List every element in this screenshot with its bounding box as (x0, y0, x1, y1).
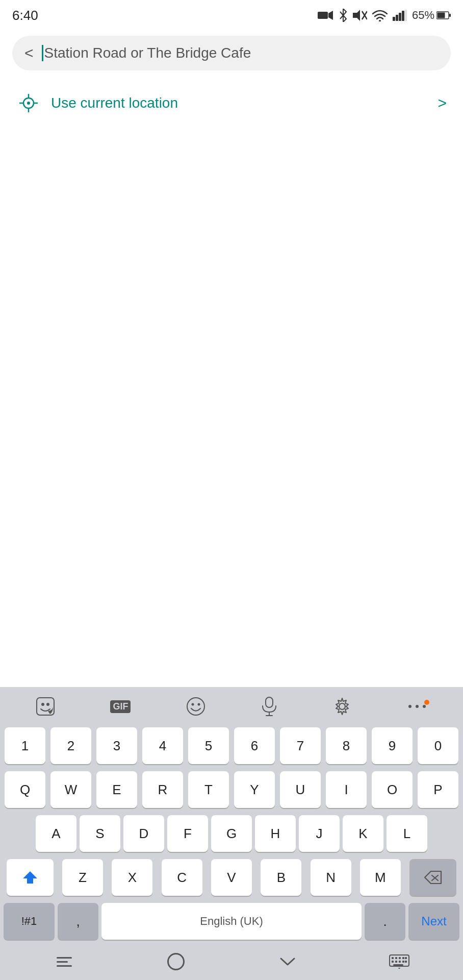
location-icon (16, 91, 41, 115)
svg-rect-40 (402, 957, 404, 959)
keyboard: GIF (0, 687, 463, 980)
text-cursor (42, 45, 43, 61)
symbol-button[interactable]: !#1 (4, 903, 55, 940)
key-9[interactable]: 9 (372, 727, 413, 764)
nav-keyboard-icon (389, 954, 409, 969)
next-button[interactable]: Next (408, 903, 459, 940)
svg-rect-26 (266, 697, 273, 707)
key-L[interactable]: L (387, 815, 427, 852)
mic-button[interactable] (256, 693, 282, 720)
key-U[interactable]: U (280, 771, 321, 808)
backspace-icon (424, 870, 442, 885)
use-current-location-row[interactable]: Use current location > (0, 78, 463, 129)
key-Y[interactable]: Y (234, 771, 275, 808)
key-M[interactable]: M (360, 859, 401, 896)
svg-point-22 (46, 703, 49, 706)
keyboard-toolbar: GIF (0, 687, 463, 724)
nav-home-button[interactable] (156, 946, 196, 977)
search-bar[interactable]: < Station Road or The Bridge Cafe (12, 36, 451, 70)
period-button[interactable]: . (365, 903, 405, 940)
key-T[interactable]: T (188, 771, 229, 808)
key-P[interactable]: P (418, 771, 458, 808)
svg-rect-8 (399, 13, 401, 21)
search-input[interactable]: Station Road or The Bridge Cafe (42, 45, 439, 61)
search-text: Station Road or The Bridge Cafe (44, 45, 251, 61)
svg-rect-47 (393, 964, 403, 966)
crosshair-icon (18, 93, 39, 113)
key-Z[interactable]: Z (62, 859, 103, 896)
key-A[interactable]: A (36, 815, 76, 852)
key-2[interactable]: 2 (50, 727, 91, 764)
settings-button[interactable] (329, 693, 355, 720)
bluetooth-icon (339, 9, 348, 22)
spacebar-button[interactable]: English (UK) (101, 903, 362, 940)
backspace-button[interactable] (409, 859, 456, 896)
key-S[interactable]: S (80, 815, 120, 852)
qwerty-row: Q W E R T Y U I O P (0, 768, 463, 812)
svg-rect-7 (396, 15, 398, 21)
svg-marker-2 (353, 10, 360, 21)
nav-home-icon (167, 953, 185, 970)
comma-button[interactable]: , (58, 903, 98, 940)
nav-down-icon (279, 955, 296, 968)
key-5[interactable]: 5 (188, 727, 229, 764)
status-time: 6:40 (12, 8, 38, 23)
key-6[interactable]: 6 (234, 727, 275, 764)
key-D[interactable]: D (123, 815, 164, 852)
key-N[interactable]: N (311, 859, 351, 896)
mute-icon (353, 9, 367, 22)
svg-point-25 (197, 703, 200, 706)
shift-button[interactable] (7, 859, 54, 896)
status-bar: 6:40 (0, 0, 463, 29)
key-F[interactable]: F (167, 815, 208, 852)
emoji-icon (186, 697, 205, 716)
svg-point-23 (187, 698, 204, 715)
gif-button[interactable]: GIF (106, 696, 135, 717)
svg-rect-38 (395, 957, 397, 959)
key-3[interactable]: 3 (96, 727, 137, 764)
svg-rect-6 (393, 17, 395, 21)
asdf-row: A S D F G H J K L (0, 812, 463, 855)
key-R[interactable]: R (142, 771, 183, 808)
key-1[interactable]: 1 (5, 727, 45, 764)
key-K[interactable]: K (343, 815, 383, 852)
key-I[interactable]: I (326, 771, 367, 808)
key-C[interactable]: C (162, 859, 202, 896)
key-7[interactable]: 7 (280, 727, 321, 764)
zxcv-row: Z X C V B N M (0, 855, 463, 899)
svg-point-5 (379, 20, 381, 21)
key-4[interactable]: 4 (142, 727, 183, 764)
key-G[interactable]: G (211, 815, 252, 852)
back-button[interactable]: < (24, 45, 34, 61)
key-W[interactable]: W (50, 771, 91, 808)
key-V[interactable]: V (211, 859, 252, 896)
svg-rect-9 (402, 11, 404, 21)
nav-keyboard-button[interactable] (379, 946, 420, 977)
video-icon (317, 10, 333, 21)
search-bar-container: < Station Road or The Bridge Cafe (0, 29, 463, 78)
nav-back-button[interactable] (44, 946, 85, 977)
svg-point-31 (416, 705, 419, 708)
key-Q[interactable]: Q (5, 771, 45, 808)
key-E[interactable]: E (96, 771, 137, 808)
shift-icon (22, 870, 38, 885)
key-O[interactable]: O (372, 771, 413, 808)
svg-marker-1 (328, 11, 333, 20)
svg-point-21 (41, 703, 44, 706)
key-H[interactable]: H (255, 815, 296, 852)
sticker-button[interactable] (32, 693, 59, 720)
svg-rect-42 (395, 961, 397, 963)
emoji-button[interactable] (182, 693, 210, 720)
bottom-row: !#1 , English (UK) . Next (0, 899, 463, 943)
svg-point-15 (27, 102, 30, 105)
key-X[interactable]: X (112, 859, 152, 896)
key-0[interactable]: 0 (418, 727, 458, 764)
svg-rect-37 (392, 957, 394, 959)
more-options-button[interactable] (403, 698, 431, 715)
nav-overview-button[interactable] (267, 946, 308, 977)
svg-rect-13 (438, 13, 445, 18)
svg-rect-39 (399, 957, 401, 959)
key-8[interactable]: 8 (326, 727, 367, 764)
key-J[interactable]: J (299, 815, 340, 852)
key-B[interactable]: B (261, 859, 301, 896)
